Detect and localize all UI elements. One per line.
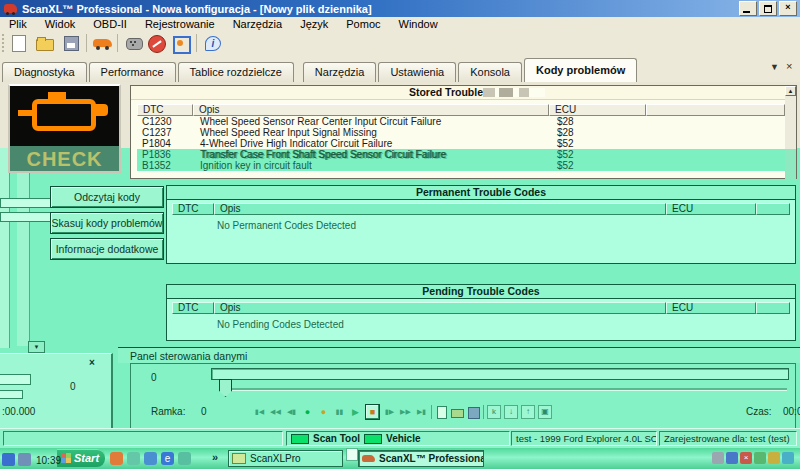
tab-diagnostyka[interactable]: Diagnostyka	[2, 62, 87, 82]
play-button[interactable]: ▶	[349, 405, 362, 419]
column-opis[interactable]: Opis	[193, 104, 549, 116]
close-button[interactable]: ×	[779, 1, 797, 16]
tray-icon-3[interactable]	[754, 452, 766, 464]
tray-volume-icon[interactable]	[768, 452, 780, 464]
open-file-icon[interactable]	[34, 33, 56, 53]
taskbar-item-scanxlpro[interactable]: ScanXLPro	[228, 450, 343, 467]
fast-rewind-button[interactable]: ◀◀	[269, 405, 282, 419]
time-label: Czas:	[746, 406, 772, 417]
tab-narzedzia[interactable]: Narzędzia	[303, 62, 377, 82]
column-opis[interactable]: Opis	[214, 302, 666, 314]
vehicle-label: Vehicle	[386, 433, 420, 444]
tray-icon-1[interactable]	[712, 452, 724, 464]
snapshot-icon[interactable]: ▣	[538, 405, 552, 419]
menu-obd2[interactable]: OBD-II	[84, 18, 136, 30]
tab-konsola[interactable]: Konsola	[458, 62, 522, 82]
step-back-button[interactable]: ◀▮	[285, 405, 298, 419]
glitch-time-fragment: :00.000	[2, 406, 35, 417]
table-row[interactable]: B1352Ignition key in circuit fault$52	[137, 160, 785, 171]
pending-codes-header: DTC Opis ECU	[172, 302, 790, 314]
toolbar: i	[0, 31, 800, 56]
menu-rejestrowanie[interactable]: Rejestrowanie	[136, 18, 224, 30]
menu-widok[interactable]: Widok	[36, 18, 85, 30]
last-frame-button[interactable]: ▶▮	[415, 405, 428, 419]
table-row[interactable]: P1836Transfer Case Front Shaft Speed Sen…	[137, 149, 785, 160]
scroll-up-icon[interactable]: ▲	[785, 86, 796, 96]
go-live-button[interactable]: ●	[301, 405, 314, 419]
column-ecu[interactable]: ECU	[666, 302, 756, 314]
read-codes-button[interactable]: Odczytaj kody problemów	[50, 186, 164, 208]
menu-narzedzia[interactable]: Narzędzia	[224, 18, 292, 30]
menu-jezyk[interactable]: Język	[291, 18, 337, 30]
progress-gauge[interactable]	[211, 368, 789, 380]
column-dtc[interactable]: DTC	[137, 104, 193, 116]
tray-network-icon[interactable]: ×	[740, 452, 752, 464]
column-ecu[interactable]: ECU	[549, 104, 646, 116]
toolbar-separator	[196, 34, 197, 52]
tray-icon-4[interactable]	[782, 452, 794, 464]
tab-scroll-icon[interactable]: ▼	[770, 62, 779, 72]
media-player-icon[interactable]	[144, 452, 157, 465]
pause-button[interactable]: ▮▮	[333, 405, 346, 419]
menu-pomoc[interactable]: Pomoc	[337, 18, 389, 30]
messenger-icon[interactable]	[178, 452, 191, 465]
about-icon[interactable]: i	[202, 33, 224, 53]
menu-plik[interactable]: Plik	[0, 18, 36, 30]
export-icon[interactable]: ↓	[504, 405, 518, 419]
internet-explorer-icon[interactable]: e	[161, 452, 174, 465]
table-row[interactable]: P18044-Wheel Drive High Indicator Circui…	[137, 138, 785, 149]
tab-close-icon[interactable]: ×	[786, 60, 792, 72]
stored-codes-title: Stored Trouble Codes	[131, 86, 796, 100]
stored-codes-panel: Stored Trouble Codes DTC Opis ECU C1230W…	[130, 85, 797, 179]
new-log-icon[interactable]	[435, 406, 448, 419]
fast-forward-button[interactable]: ▶▶	[399, 405, 412, 419]
connect-icon[interactable]	[123, 33, 145, 53]
glitch-tray-icon	[18, 453, 31, 466]
extra-info-button[interactable]: Informacje dodatkowe	[50, 238, 164, 260]
left-strip-inner	[17, 148, 30, 346]
permanent-codes-header: DTC Opis ECU	[172, 203, 790, 215]
tab-ustawienia[interactable]: Ustawienia	[378, 62, 456, 82]
column-opis[interactable]: Opis	[214, 203, 666, 215]
minimize-button[interactable]	[739, 1, 757, 16]
taskbar-item-scanxl[interactable]: ScanXL™ Professional...	[358, 450, 484, 467]
vehicle-icon[interactable]	[92, 33, 114, 53]
step-forward-button[interactable]: ▮▶	[383, 405, 396, 419]
slider-track[interactable]	[223, 388, 787, 391]
record-button[interactable]: ●	[317, 405, 330, 419]
start-button[interactable]: Start	[57, 449, 105, 467]
menu-window[interactable]: Window	[390, 18, 447, 30]
first-frame-button[interactable]: ▮◀	[253, 405, 266, 419]
stop-button[interactable]: ■	[365, 404, 380, 420]
disconnect-icon[interactable]	[146, 33, 168, 53]
time-value: 00:00	[783, 406, 800, 417]
column-dtc[interactable]: DTC	[172, 203, 214, 215]
new-file-icon[interactable]	[8, 33, 30, 53]
column-ecu[interactable]: ECU	[666, 203, 756, 215]
import-icon[interactable]: ↑	[521, 405, 535, 419]
firefox-icon[interactable]	[110, 452, 123, 465]
tab-performance[interactable]: Performance	[89, 62, 176, 82]
tab-tablice-rozdzielcze[interactable]: Tablice rozdzielcze	[178, 62, 294, 82]
save-file-icon[interactable]	[60, 33, 82, 53]
slider-thumb[interactable]	[219, 379, 232, 397]
tray-icon-2[interactable]	[726, 452, 738, 464]
chevron-more-icon[interactable]: »	[212, 451, 218, 463]
save-log-icon[interactable]	[467, 406, 480, 419]
dashboard-designer-icon[interactable]	[170, 33, 192, 53]
dropdown-button[interactable]: ▼	[28, 341, 45, 353]
car-icon	[362, 455, 375, 462]
table-row[interactable]: C1230Wheel Speed Sensor Rear Center Inpu…	[137, 116, 785, 127]
shortcut-icon[interactable]: k	[487, 405, 501, 419]
table-row[interactable]: C1237Wheel Speed Rear Input Signal Missi…	[137, 127, 785, 138]
tab-kody-problemow[interactable]: Kody problemów	[524, 58, 637, 82]
scrollbar[interactable]: ▲	[785, 86, 796, 178]
column-dtc[interactable]: DTC	[172, 302, 214, 314]
clear-codes-button[interactable]: Skasuj kody problemów	[50, 212, 164, 234]
window-title: ScanXL™ Professional - Nowa konfiguracja…	[22, 3, 372, 15]
panel-close-icon[interactable]: ×	[86, 357, 98, 369]
restore-button[interactable]	[759, 1, 777, 16]
vehicle-led	[364, 434, 382, 444]
open-log-icon[interactable]	[451, 406, 464, 419]
show-desktop-icon[interactable]	[127, 452, 140, 465]
